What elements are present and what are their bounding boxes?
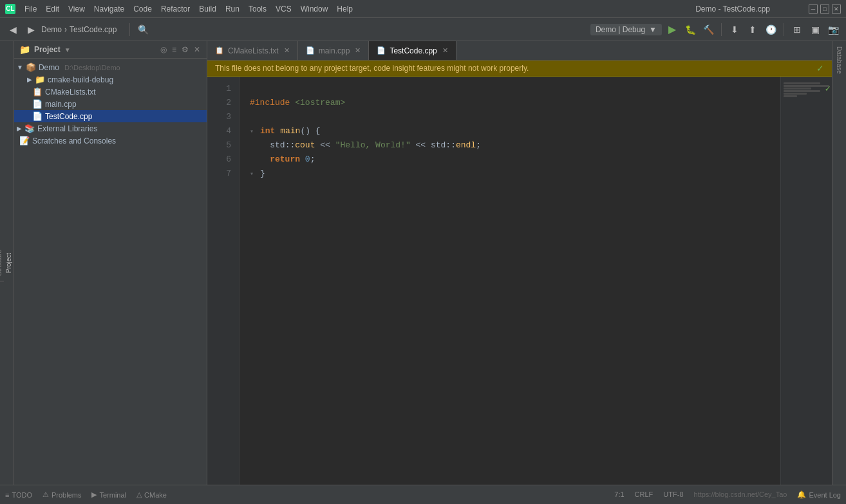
line-num-2: 2 — [212, 96, 231, 110]
menu-edit[interactable]: Edit — [42, 3, 63, 15]
testcode-cpp-icon: 📄 — [32, 111, 42, 121]
problems-label: Problems — [52, 491, 81, 499]
demo-expand-icon[interactable]: ▼ — [17, 64, 23, 71]
ext-libs-expand-icon[interactable]: ▶ — [17, 125, 22, 132]
back-button[interactable]: ◀ — [5, 22, 21, 37]
run-button[interactable]: ▶ — [664, 22, 680, 37]
external-libs-label: External Libraries — [37, 124, 97, 133]
todo-icon: ≡ — [5, 491, 9, 499]
menu-build[interactable]: Build — [195, 3, 220, 15]
status-problems[interactable]: ⚠ Problems — [42, 490, 81, 499]
code-editor[interactable]: 1 2 3 4 5 6 7 #include <iostream> ▾int m… — [207, 77, 832, 485]
tab-main-cpp[interactable]: 📄 main.cpp ✕ — [298, 41, 370, 60]
project-dropdown-icon[interactable]: ▼ — [64, 46, 71, 53]
tree-settings-icon[interactable]: ⚙ — [180, 44, 190, 55]
project-panel: 📁 Project ▼ ◎ ≡ ⚙ ✕ ▼ 📦 Demo D:\Desktop\… — [14, 41, 207, 485]
git-update-icon[interactable]: ⬇ — [727, 22, 742, 37]
collapse-all-icon[interactable]: ≡ — [171, 44, 178, 55]
editor-area: 📋 CMakeLists.txt ✕ 📄 main.cpp ✕ 📄 TestCo… — [207, 41, 832, 485]
debug-button[interactable]: 🐛 — [682, 22, 698, 37]
toolbar-separator-3 — [784, 23, 784, 36]
menu-run[interactable]: Run — [221, 3, 243, 15]
main-tab-icon: 📄 — [306, 46, 315, 55]
project-panel-header: 📁 Project ▼ ◎ ≡ ⚙ ✕ — [14, 41, 207, 59]
forward-button[interactable]: ▶ — [23, 22, 39, 37]
database-side-panel[interactable]: Database — [832, 41, 846, 485]
locate-file-icon[interactable]: ◎ — [159, 44, 168, 55]
cmake-tab-label: CMakeLists.txt — [228, 46, 279, 55]
project-panel-label[interactable]: Project — [4, 248, 14, 278]
warning-dismiss-icon[interactable]: ✓ — [816, 63, 824, 73]
structure-panel-label[interactable]: Structure — [0, 245, 4, 282]
tree-item-cmake-build-debug[interactable]: ▶ 📁 cmake-build-debug — [14, 73, 207, 86]
tab-testcode-cpp[interactable]: 📄 TestCode.cpp ✕ — [369, 41, 456, 60]
window-title: Demo - TestCode.cpp — [695, 5, 770, 14]
main-cpp-label: main.cpp — [45, 100, 77, 109]
status-terminal[interactable]: ▶ Terminal — [91, 490, 126, 499]
menu-vcs[interactable]: VCS — [272, 3, 296, 15]
project-side-tab[interactable]: Project Structure Favorites ★ — [0, 41, 14, 485]
testcode-tab-close[interactable]: ✕ — [442, 46, 448, 55]
cmake-tab-close[interactable]: ✕ — [284, 46, 290, 55]
menu-bar: File Edit View Navigate Code Refactor Bu… — [21, 3, 695, 15]
menu-navigate[interactable]: Navigate — [90, 3, 128, 15]
minimap-check-icon: ✓ — [825, 82, 831, 96]
build-button[interactable]: 🔨 — [700, 22, 716, 37]
breadcrumb-file[interactable]: TestCode.cpp — [70, 25, 117, 34]
menu-code[interactable]: Code — [129, 3, 156, 15]
menu-view[interactable]: View — [64, 3, 89, 15]
tree-item-cmakelist[interactable]: 📋 CMakeLists.txt — [14, 86, 207, 98]
layout-icon[interactable]: ▣ — [807, 22, 823, 37]
event-log[interactable]: 🔔 Event Log — [797, 490, 841, 499]
file-tree: ▼ 📦 Demo D:\Desktop\Demo ▶ 📁 cmake-build… — [14, 59, 207, 485]
tree-item-demo-root[interactable]: ▼ 📦 Demo D:\Desktop\Demo — [14, 61, 207, 73]
status-bar: ≡ TODO ⚠ Problems ▶ Terminal △ CMake 7:1… — [0, 485, 846, 504]
minimize-button[interactable]: ─ — [809, 5, 818, 14]
terminal-label: Terminal — [99, 491, 126, 499]
encoding[interactable]: UTF-8 — [663, 490, 683, 499]
demo-project-icon: 📦 — [26, 62, 36, 72]
main-cpp-icon: 📄 — [32, 99, 42, 109]
main-layout: Project Structure Favorites ★ 📁 Project … — [0, 41, 846, 485]
toolbar-separator-2 — [721, 23, 722, 36]
tree-item-main-cpp[interactable]: 📄 main.cpp — [14, 98, 207, 110]
maximize-button[interactable]: □ — [820, 5, 829, 14]
status-todo[interactable]: ≡ TODO — [5, 491, 32, 499]
terminal-icon[interactable]: ⊞ — [789, 22, 805, 37]
minimap[interactable]: ✓ — [780, 77, 832, 485]
database-panel-label[interactable]: Database — [834, 41, 844, 79]
cmake-file-icon: 📋 — [32, 87, 42, 97]
tab-cmake[interactable]: 📋 CMakeLists.txt ✕ — [207, 41, 298, 60]
run-config-dropdown-icon[interactable]: ▼ — [649, 25, 657, 34]
line-num-7: 7 — [212, 167, 231, 181]
git-push-icon[interactable]: ⬆ — [745, 22, 760, 37]
search-icon[interactable]: 🔍 — [135, 22, 151, 37]
run-configuration[interactable]: Demo | Debug ▼ — [590, 24, 662, 35]
line-ending[interactable]: CRLF — [635, 490, 653, 499]
close-button[interactable]: ✕ — [832, 5, 841, 14]
todo-label: TODO — [12, 491, 32, 499]
tree-item-testcode-cpp[interactable]: 📄 TestCode.cpp — [14, 110, 207, 122]
menu-refactor[interactable]: Refactor — [157, 3, 194, 15]
status-cmake[interactable]: △ CMake — [136, 490, 167, 499]
project-header-icons: ◎ ≡ ⚙ ✕ — [159, 44, 202, 55]
tree-item-scratches[interactable]: 📝 Scratches and Consoles — [14, 135, 207, 147]
testcode-tab-label: TestCode.cpp — [390, 46, 437, 55]
main-tab-close[interactable]: ✕ — [355, 46, 361, 55]
menu-tools[interactable]: Tools — [245, 3, 270, 15]
line-num-1: 1 — [212, 82, 231, 96]
code-content[interactable]: #include <iostream> ▾int main() { std::c… — [240, 77, 780, 485]
tree-item-external-libs[interactable]: ▶ 📚 External Libraries — [14, 122, 207, 135]
minimap-line-1 — [784, 82, 820, 84]
history-icon[interactable]: 🕐 — [763, 22, 778, 37]
breadcrumb-project[interactable]: Demo — [41, 25, 62, 34]
cmake-build-expand-icon[interactable]: ▶ — [27, 76, 32, 83]
close-panel-icon[interactable]: ✕ — [193, 44, 202, 55]
screenshot-icon[interactable]: 📷 — [825, 22, 841, 37]
menu-help[interactable]: Help — [333, 3, 357, 15]
menu-file[interactable]: File — [21, 3, 41, 15]
cursor-position: 7:1 — [614, 490, 624, 499]
main-tab-label: main.cpp — [319, 46, 350, 55]
warning-text: This file does not belong to any project… — [215, 64, 529, 73]
menu-window[interactable]: Window — [297, 3, 332, 15]
